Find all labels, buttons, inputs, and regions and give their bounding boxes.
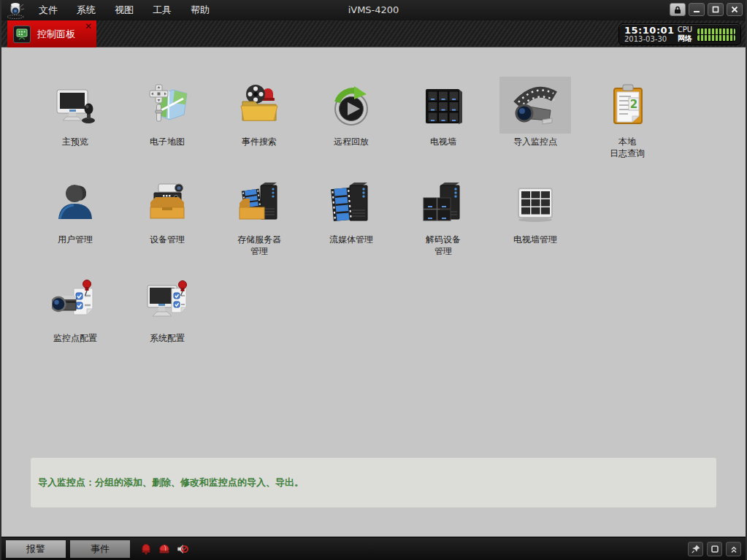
decoding-device-icon xyxy=(420,180,467,226)
launcher-row-2: 用户管理 设备管理 xyxy=(29,174,581,257)
lock-button[interactable] xyxy=(670,3,686,16)
cpu-label: CPU xyxy=(675,26,694,34)
menu-tools[interactable]: 工具 xyxy=(143,0,181,20)
close-icon xyxy=(731,6,738,13)
launcher-item-remote-playback[interactable]: 远程回放 xyxy=(305,77,397,159)
launcher-item-system-config[interactable]: 系统配置 xyxy=(121,273,213,344)
restore-icon xyxy=(710,545,719,553)
launcher-label: 本地 日志查询 xyxy=(610,136,645,159)
tv-wall-icon xyxy=(420,82,467,129)
title-bar: 文件 系统 视图 工具 帮助 iVMS-4200 xyxy=(1,0,746,20)
control-panel-icon xyxy=(15,28,28,41)
camera-logo-icon xyxy=(6,1,25,19)
menu-help[interactable]: 帮助 xyxy=(181,0,219,20)
launcher-item-tv-wall[interactable]: 电视墙 xyxy=(397,77,489,159)
launcher-item-storage-server[interactable]: 存储服务器 管理 xyxy=(213,174,305,257)
storage-server-icon xyxy=(236,180,283,226)
remote-playback-icon xyxy=(328,82,375,129)
maximize-icon xyxy=(712,6,719,13)
event-search-icon xyxy=(236,82,283,129)
e-map-icon xyxy=(144,82,191,129)
launcher-row-1: 主预览 xyxy=(29,77,673,159)
statusbar-tab-alarm[interactable]: 报警 xyxy=(6,540,66,558)
launcher-label: 流媒体管理 xyxy=(329,234,373,245)
launcher-item-camera-config[interactable]: 监控点配置 xyxy=(29,273,121,344)
launcher-item-e-map[interactable]: 电子地图 xyxy=(121,77,213,159)
network-usage-bar xyxy=(697,35,735,41)
launcher-label: 导入监控点 xyxy=(513,136,557,147)
main-preview-icon xyxy=(52,82,99,129)
svg-text:2: 2 xyxy=(630,98,637,111)
statusbar-tab-event[interactable]: 事件 xyxy=(70,540,130,558)
device-management-icon xyxy=(144,180,191,226)
ivms-window: 文件 系统 视图 工具 帮助 iVMS-4200 xyxy=(0,0,747,560)
menu-view[interactable]: 视图 xyxy=(105,0,143,20)
launcher-label: 电视墙 xyxy=(430,136,456,147)
pin-button[interactable] xyxy=(688,542,703,556)
tab-bar: 控制面板 ✕ 15:10:01 2013-03-30 CPU 网络 xyxy=(1,20,746,47)
launcher-item-stream-media[interactable]: 流媒体管理 xyxy=(305,174,397,257)
mute-icon[interactable] xyxy=(177,543,188,555)
window-controls xyxy=(670,3,743,16)
launcher-item-device-management[interactable]: 设备管理 xyxy=(121,174,213,257)
maximize-button[interactable] xyxy=(708,3,724,16)
user-management-icon xyxy=(52,180,99,226)
clock-time: 15:10:01 xyxy=(624,26,673,35)
launcher-label: 远程回放 xyxy=(334,136,369,147)
status-bar: 报警 事件 xyxy=(1,537,746,560)
alarm-bell-icon[interactable] xyxy=(140,543,152,555)
system-config-icon xyxy=(144,278,191,325)
launcher-label: 主预览 xyxy=(62,136,88,147)
menu-system[interactable]: 系统 xyxy=(67,0,105,20)
import-camera-icon xyxy=(512,82,559,129)
launcher-label: 系统配置 xyxy=(150,332,185,344)
launcher-item-tv-wall-management[interactable]: 电视墙管理 xyxy=(489,174,581,257)
collapse-button[interactable] xyxy=(726,542,741,556)
tab-label: 控制面板 xyxy=(37,28,75,41)
tab-control-panel[interactable]: 控制面板 ✕ xyxy=(7,20,96,47)
collapse-icon xyxy=(729,545,738,553)
tv-wall-management-icon xyxy=(512,180,559,226)
system-status-panel: 15:10:01 2013-03-30 CPU 网络 xyxy=(618,23,741,45)
tab-close-icon[interactable]: ✕ xyxy=(85,21,92,31)
pin-icon xyxy=(692,545,700,553)
statusbar-icons xyxy=(140,543,188,555)
launcher-label: 监控点配置 xyxy=(53,332,97,344)
launcher-label: 存储服务器 管理 xyxy=(237,234,281,257)
minimize-button[interactable] xyxy=(689,3,705,16)
menu-file[interactable]: 文件 xyxy=(29,0,67,20)
lock-icon xyxy=(674,6,681,14)
description-panel: 导入监控点：分组的添加、删除、修改和监控点的导入、导出。 xyxy=(31,458,716,507)
restore-button[interactable] xyxy=(707,542,722,556)
usage-bars xyxy=(697,28,735,42)
launcher-label: 解码设备 管理 xyxy=(426,234,461,257)
launcher-item-decoding-device[interactable]: 解码设备 管理 xyxy=(397,174,489,257)
launcher-item-event-search[interactable]: 事件搜索 xyxy=(213,77,305,159)
cpu-net-labels: CPU 网络 xyxy=(675,26,694,43)
control-panel-main: 主预览 xyxy=(1,47,746,537)
stream-media-icon xyxy=(328,180,375,226)
launcher-label: 电子地图 xyxy=(150,136,185,147)
local-log-icon: 2 xyxy=(604,82,651,129)
launcher-item-import-camera[interactable]: 导入监控点 xyxy=(489,77,581,159)
minimize-icon xyxy=(693,6,700,13)
launcher-item-main-preview[interactable]: 主预览 xyxy=(29,77,121,159)
app-logo xyxy=(1,0,29,20)
menu-bar: 文件 系统 视图 工具 帮助 xyxy=(29,0,219,20)
launcher-label: 用户管理 xyxy=(58,234,93,245)
description-text: 导入监控点：分组的添加、删除、修改和监控点的导入、导出。 xyxy=(31,476,304,489)
time-block: 15:10:01 2013-03-30 xyxy=(624,26,673,43)
launcher-label: 事件搜索 xyxy=(242,136,277,147)
launcher-item-user-management[interactable]: 用户管理 xyxy=(29,174,121,257)
launcher-item-local-log[interactable]: 2 本地 日志查询 xyxy=(581,77,673,159)
siren-icon[interactable] xyxy=(158,543,170,555)
cpu-usage-bar xyxy=(697,28,735,34)
launcher-row-3: 监控点配置 xyxy=(29,273,213,344)
close-button[interactable] xyxy=(727,3,743,16)
statusbar-buttons xyxy=(688,542,741,556)
network-label: 网络 xyxy=(675,34,694,43)
launcher-label: 设备管理 xyxy=(150,234,185,245)
clock-date: 2013-03-30 xyxy=(624,35,673,43)
selected-highlight xyxy=(499,77,571,134)
camera-config-icon xyxy=(52,278,99,325)
